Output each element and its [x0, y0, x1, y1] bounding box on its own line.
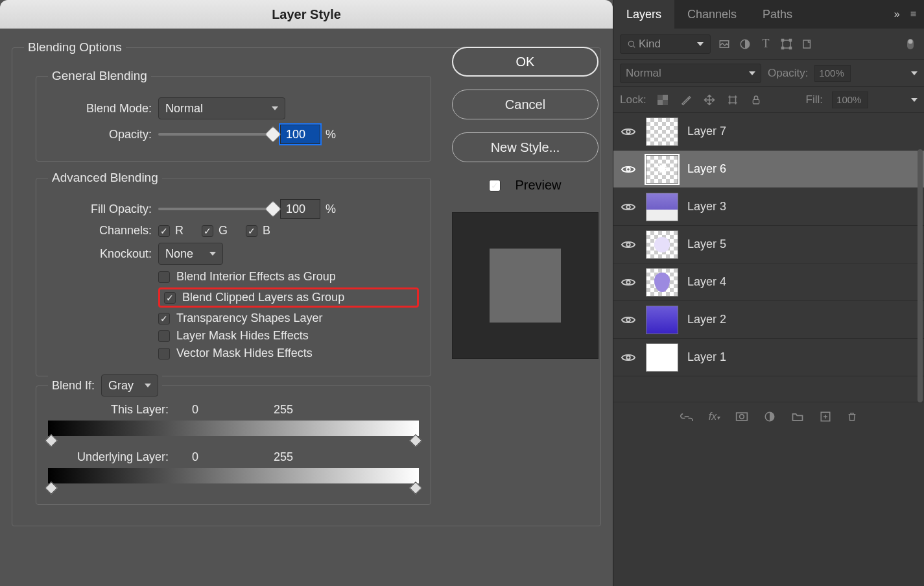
visibility-icon[interactable] — [620, 161, 637, 178]
blend-mode-select[interactable]: Normal — [158, 97, 285, 119]
filter-smart-icon[interactable] — [800, 37, 814, 51]
lock-transparency-icon[interactable] — [656, 93, 670, 107]
layer-style-dialog: Layer Style Blending Options General Ble… — [0, 0, 613, 586]
this-layer-label: This Layer: — [71, 403, 169, 417]
layer-thumbnail[interactable] — [646, 306, 678, 334]
layer-effects-icon[interactable]: fx▾ — [709, 411, 720, 422]
panel-opacity-input[interactable] — [814, 65, 851, 82]
this-layer-black: 0 — [192, 403, 198, 417]
general-blending-group: General Blending Blend Mode: Normal Opac… — [36, 69, 431, 162]
new-adjustment-icon[interactable] — [764, 411, 776, 422]
layer-thumbnail[interactable] — [646, 343, 678, 372]
visibility-icon[interactable] — [620, 123, 637, 140]
chevron-down-icon[interactable] — [911, 98, 918, 102]
blend-interior-checkbox[interactable] — [158, 271, 170, 283]
knockout-select[interactable]: None — [158, 243, 223, 265]
chevron-down-icon — [697, 42, 704, 46]
visibility-icon[interactable] — [620, 274, 637, 291]
tab-paths[interactable]: Paths — [750, 0, 805, 29]
opacity-input[interactable] — [280, 125, 320, 144]
channel-g-checkbox[interactable] — [202, 225, 213, 237]
layer-row[interactable]: Layer 5 — [613, 226, 924, 263]
filter-pixel-icon[interactable] — [717, 37, 731, 51]
layer-row[interactable]: Layer 7 — [613, 113, 924, 151]
lock-all-icon[interactable] — [749, 93, 763, 107]
layer-thumbnail[interactable] — [646, 230, 678, 259]
layer-row[interactable]: Layer 2 — [613, 301, 924, 339]
svg-rect-15 — [729, 97, 735, 103]
delete-layer-icon[interactable] — [847, 411, 857, 422]
collapse-icon[interactable]: » — [894, 8, 900, 20]
layer-row[interactable]: Layer 3 — [613, 188, 924, 226]
this-layer-gradient[interactable] — [48, 421, 419, 436]
layer-row[interactable]: Layer 1 — [613, 339, 924, 376]
lock-artboard-icon[interactable] — [726, 93, 740, 107]
this-layer-white-handle[interactable] — [409, 434, 422, 447]
filter-type-icon[interactable]: T — [759, 37, 773, 51]
new-layer-icon[interactable] — [820, 411, 831, 422]
underlying-gradient[interactable] — [48, 468, 419, 483]
layer-blend-mode-select[interactable]: Normal — [620, 64, 761, 83]
vector-mask-hides-checkbox[interactable] — [158, 348, 170, 360]
tab-channels[interactable]: Channels — [674, 0, 750, 29]
svg-point-29 — [626, 280, 630, 284]
tab-layers[interactable]: Layers — [613, 0, 674, 29]
visibility-icon[interactable] — [620, 199, 637, 215]
layer-thumbnail[interactable] — [646, 117, 678, 146]
panel-menu-icon[interactable]: ≡ — [910, 8, 916, 20]
filter-shape-icon[interactable] — [779, 37, 794, 51]
filter-adjustment-icon[interactable] — [738, 37, 752, 51]
blend-clipped-checkbox[interactable] — [164, 292, 176, 304]
svg-point-0 — [628, 41, 634, 46]
panel-fill-input[interactable] — [832, 92, 868, 108]
blend-mode-label: Blend Mode: — [48, 102, 158, 116]
filter-kind-select[interactable]: Kind — [620, 34, 711, 54]
layers-panel: Layers Channels Paths » ≡ Kind T Normal … — [613, 0, 924, 586]
add-mask-icon[interactable] — [735, 411, 748, 422]
opacity-slider[interactable] — [158, 130, 275, 138]
channel-b-checkbox[interactable] — [246, 225, 257, 237]
panel-tabbar: Layers Channels Paths » ≡ — [613, 0, 924, 29]
visibility-icon[interactable] — [620, 236, 637, 253]
filter-toggle-icon[interactable] — [903, 37, 918, 51]
this-layer-black-handle[interactable] — [45, 434, 58, 447]
new-style-button[interactable]: New Style... — [452, 132, 598, 162]
layer-row[interactable]: ✹ Layer 6 — [613, 151, 924, 188]
new-group-icon[interactable] — [791, 411, 804, 422]
visibility-icon[interactable] — [620, 349, 637, 366]
transparency-shapes-checkbox[interactable] — [158, 313, 170, 324]
blend-if-group: Blend If: Gray This Layer: 0 255 Unde — [36, 385, 431, 505]
preview-checkbox[interactable] — [489, 180, 501, 191]
layer-thumbnail[interactable] — [646, 268, 678, 297]
cancel-button[interactable]: Cancel — [452, 90, 598, 119]
blend-if-select[interactable]: Gray — [101, 374, 158, 397]
layers-scrollbar[interactable] — [918, 149, 923, 402]
svg-rect-5 — [782, 39, 784, 41]
underlying-layer-label: Underlying Layer: — [71, 450, 169, 464]
ok-button[interactable]: OK — [452, 47, 598, 77]
knockout-value: None — [165, 247, 193, 261]
svg-rect-14 — [663, 100, 668, 105]
chevron-down-icon — [749, 71, 755, 75]
visibility-icon[interactable] — [620, 311, 637, 328]
layer-row[interactable]: Layer 4 — [613, 263, 924, 301]
layer-name: Layer 3 — [687, 200, 726, 214]
highlighted-option: Blend Clipped Layers as Group — [158, 287, 419, 308]
lock-pixels-icon[interactable] — [679, 93, 693, 107]
channel-r-checkbox[interactable] — [158, 225, 170, 237]
svg-rect-6 — [790, 39, 792, 41]
link-layers-icon[interactable] — [680, 412, 693, 421]
blend-if-label: Blend If: — [52, 379, 95, 393]
svg-point-25 — [626, 130, 630, 134]
channel-r-label: R — [175, 224, 184, 238]
fill-opacity-slider[interactable] — [158, 205, 275, 213]
chevron-down-icon — [145, 384, 151, 387]
lock-position-icon[interactable] — [702, 93, 717, 107]
svg-point-34 — [740, 414, 744, 419]
fill-opacity-input[interactable] — [280, 199, 320, 219]
chevron-down-icon[interactable] — [911, 71, 918, 75]
layer-thumbnail[interactable] — [646, 193, 678, 221]
layer-mask-hides-checkbox[interactable] — [158, 330, 170, 342]
layer-thumbnail[interactable]: ✹ — [646, 155, 678, 184]
fill-opacity-label: Fill Opacity: — [48, 202, 158, 216]
